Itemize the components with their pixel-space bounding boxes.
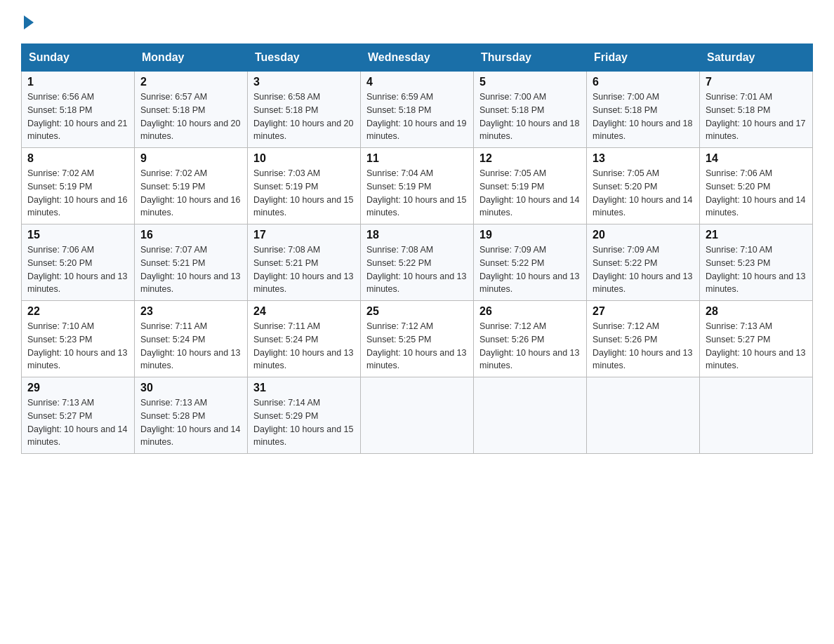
calendar-week-row: 15Sunrise: 7:06 AMSunset: 5:20 PMDayligh…	[22, 224, 813, 301]
day-info: Sunrise: 7:09 AMSunset: 5:22 PMDaylight:…	[479, 243, 581, 296]
day-info: Sunrise: 7:07 AMSunset: 5:21 PMDaylight:…	[140, 243, 241, 296]
day-number: 6	[593, 76, 694, 88]
day-info: Sunrise: 6:59 AMSunset: 5:18 PMDaylight:…	[366, 90, 468, 143]
day-info: Sunrise: 6:57 AMSunset: 5:18 PMDaylight:…	[140, 90, 241, 143]
day-header-thursday: Thursday	[474, 44, 587, 72]
day-info: Sunrise: 7:13 AMSunset: 5:27 PMDaylight:…	[706, 320, 807, 373]
day-info: Sunrise: 7:11 AMSunset: 5:24 PMDaylight:…	[253, 320, 355, 373]
day-number: 19	[479, 229, 581, 241]
day-info: Sunrise: 7:06 AMSunset: 5:20 PMDaylight:…	[27, 243, 128, 296]
day-number: 1	[27, 76, 128, 88]
day-header-wednesday: Wednesday	[361, 44, 474, 72]
calendar-cell: 30Sunrise: 7:13 AMSunset: 5:28 PMDayligh…	[135, 377, 248, 454]
day-number: 5	[479, 76, 581, 88]
day-number: 7	[706, 76, 807, 88]
day-header-sunday: Sunday	[22, 44, 135, 72]
calendar-cell: 23Sunrise: 7:11 AMSunset: 5:24 PMDayligh…	[135, 301, 248, 377]
calendar-cell: 9Sunrise: 7:02 AMSunset: 5:19 PMDaylight…	[135, 148, 248, 224]
logo-arrow-icon	[24, 15, 34, 29]
day-info: Sunrise: 7:03 AMSunset: 5:19 PMDaylight:…	[253, 167, 355, 220]
page-header	[21, 14, 813, 29]
day-info: Sunrise: 7:13 AMSunset: 5:28 PMDaylight:…	[140, 396, 241, 449]
day-number: 4	[366, 76, 468, 88]
day-info: Sunrise: 7:06 AMSunset: 5:20 PMDaylight:…	[706, 167, 807, 220]
calendar-cell: 28Sunrise: 7:13 AMSunset: 5:27 PMDayligh…	[700, 301, 813, 377]
calendar-cell	[474, 377, 587, 454]
day-number: 30	[140, 382, 241, 394]
day-info: Sunrise: 6:56 AMSunset: 5:18 PMDaylight:…	[27, 90, 128, 143]
calendar-header-row: SundayMondayTuesdayWednesdayThursdayFrid…	[22, 44, 813, 72]
calendar-cell: 27Sunrise: 7:12 AMSunset: 5:26 PMDayligh…	[587, 301, 700, 377]
day-info: Sunrise: 7:08 AMSunset: 5:21 PMDaylight:…	[253, 243, 355, 296]
calendar-cell: 2Sunrise: 6:57 AMSunset: 5:18 PMDaylight…	[135, 72, 248, 148]
day-info: Sunrise: 7:11 AMSunset: 5:24 PMDaylight:…	[140, 320, 241, 373]
day-info: Sunrise: 6:58 AMSunset: 5:18 PMDaylight:…	[253, 90, 355, 143]
day-number: 3	[253, 76, 355, 88]
calendar-cell: 14Sunrise: 7:06 AMSunset: 5:20 PMDayligh…	[700, 148, 813, 224]
day-number: 15	[27, 229, 128, 241]
calendar-table: SundayMondayTuesdayWednesdayThursdayFrid…	[21, 43, 813, 454]
day-number: 17	[253, 229, 355, 241]
calendar-cell: 8Sunrise: 7:02 AMSunset: 5:19 PMDaylight…	[22, 148, 135, 224]
calendar-cell: 11Sunrise: 7:04 AMSunset: 5:19 PMDayligh…	[361, 148, 474, 224]
calendar-cell: 13Sunrise: 7:05 AMSunset: 5:20 PMDayligh…	[587, 148, 700, 224]
calendar-cell: 19Sunrise: 7:09 AMSunset: 5:22 PMDayligh…	[474, 224, 587, 301]
day-number: 22	[27, 305, 128, 318]
calendar-cell: 4Sunrise: 6:59 AMSunset: 5:18 PMDaylight…	[361, 72, 474, 148]
day-number: 20	[593, 229, 694, 241]
day-info: Sunrise: 7:13 AMSunset: 5:27 PMDaylight:…	[27, 396, 128, 449]
calendar-cell: 12Sunrise: 7:05 AMSunset: 5:19 PMDayligh…	[474, 148, 587, 224]
calendar-cell: 20Sunrise: 7:09 AMSunset: 5:22 PMDayligh…	[587, 224, 700, 301]
day-info: Sunrise: 7:08 AMSunset: 5:22 PMDaylight:…	[366, 243, 468, 296]
day-info: Sunrise: 7:10 AMSunset: 5:23 PMDaylight:…	[27, 320, 128, 373]
day-number: 2	[140, 76, 241, 88]
calendar-cell: 3Sunrise: 6:58 AMSunset: 5:18 PMDaylight…	[248, 72, 361, 148]
calendar-week-row: 8Sunrise: 7:02 AMSunset: 5:19 PMDaylight…	[22, 148, 813, 224]
calendar-cell: 10Sunrise: 7:03 AMSunset: 5:19 PMDayligh…	[248, 148, 361, 224]
calendar-week-row: 1Sunrise: 6:56 AMSunset: 5:18 PMDaylight…	[22, 72, 813, 148]
calendar-cell: 16Sunrise: 7:07 AMSunset: 5:21 PMDayligh…	[135, 224, 248, 301]
calendar-cell: 25Sunrise: 7:12 AMSunset: 5:25 PMDayligh…	[361, 301, 474, 377]
calendar-cell: 21Sunrise: 7:10 AMSunset: 5:23 PMDayligh…	[700, 224, 813, 301]
day-number: 16	[140, 229, 241, 241]
day-number: 9	[140, 152, 241, 165]
calendar-week-row: 29Sunrise: 7:13 AMSunset: 5:27 PMDayligh…	[22, 377, 813, 454]
day-number: 12	[479, 152, 581, 165]
day-info: Sunrise: 7:04 AMSunset: 5:19 PMDaylight:…	[366, 167, 468, 220]
calendar-cell	[587, 377, 700, 454]
day-number: 26	[479, 305, 581, 318]
day-number: 28	[706, 305, 807, 318]
calendar-cell: 18Sunrise: 7:08 AMSunset: 5:22 PMDayligh…	[361, 224, 474, 301]
day-info: Sunrise: 7:05 AMSunset: 5:20 PMDaylight:…	[593, 167, 694, 220]
day-info: Sunrise: 7:09 AMSunset: 5:22 PMDaylight:…	[593, 243, 694, 296]
day-info: Sunrise: 7:14 AMSunset: 5:29 PMDaylight:…	[253, 396, 355, 449]
day-number: 24	[253, 305, 355, 318]
day-info: Sunrise: 7:02 AMSunset: 5:19 PMDaylight:…	[27, 167, 128, 220]
day-number: 18	[366, 229, 468, 241]
calendar-cell: 5Sunrise: 7:00 AMSunset: 5:18 PMDaylight…	[474, 72, 587, 148]
day-number: 21	[706, 229, 807, 241]
calendar-cell: 31Sunrise: 7:14 AMSunset: 5:29 PMDayligh…	[248, 377, 361, 454]
calendar-cell: 22Sunrise: 7:10 AMSunset: 5:23 PMDayligh…	[22, 301, 135, 377]
day-number: 8	[27, 152, 128, 165]
calendar-cell	[361, 377, 474, 454]
logo	[21, 14, 34, 29]
day-info: Sunrise: 7:02 AMSunset: 5:19 PMDaylight:…	[140, 167, 241, 220]
calendar-cell: 29Sunrise: 7:13 AMSunset: 5:27 PMDayligh…	[22, 377, 135, 454]
day-info: Sunrise: 7:12 AMSunset: 5:25 PMDaylight:…	[366, 320, 468, 373]
calendar-cell: 7Sunrise: 7:01 AMSunset: 5:18 PMDaylight…	[700, 72, 813, 148]
day-header-tuesday: Tuesday	[248, 44, 361, 72]
day-info: Sunrise: 7:05 AMSunset: 5:19 PMDaylight:…	[479, 167, 581, 220]
day-number: 11	[366, 152, 468, 165]
day-header-saturday: Saturday	[700, 44, 813, 72]
calendar-cell	[700, 377, 813, 454]
day-info: Sunrise: 7:00 AMSunset: 5:18 PMDaylight:…	[479, 90, 581, 143]
day-number: 13	[593, 152, 694, 165]
day-number: 29	[27, 382, 128, 394]
day-info: Sunrise: 7:12 AMSunset: 5:26 PMDaylight:…	[593, 320, 694, 373]
day-number: 25	[366, 305, 468, 318]
day-number: 23	[140, 305, 241, 318]
day-info: Sunrise: 7:01 AMSunset: 5:18 PMDaylight:…	[706, 90, 807, 143]
calendar-cell: 26Sunrise: 7:12 AMSunset: 5:26 PMDayligh…	[474, 301, 587, 377]
day-number: 31	[253, 382, 355, 394]
